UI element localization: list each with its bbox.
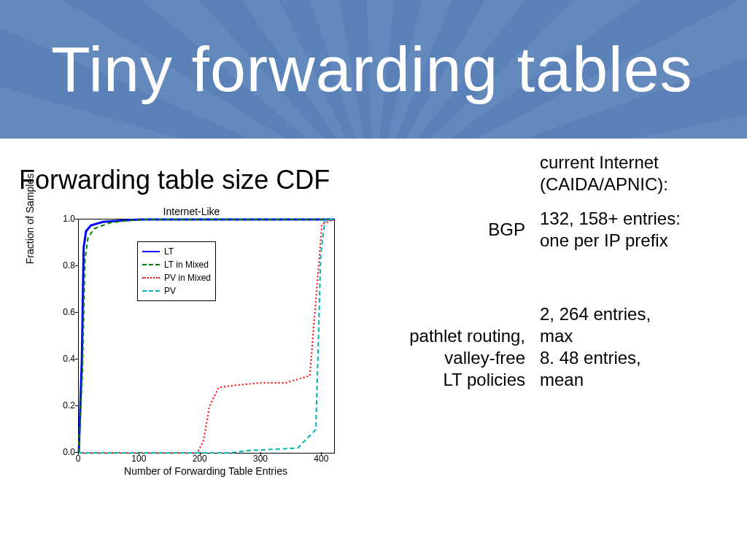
legend-item: PV in Mixed — [142, 271, 211, 284]
x-axis-label: Number of Forwarding Table Entries — [78, 465, 333, 477]
pathlet-label: pathlet routing, valley-free LT policies — [394, 325, 525, 391]
chart-title: Internet-Like — [40, 206, 343, 217]
legend-swatch — [142, 277, 160, 279]
chart-subtitle: Forwarding table size CDF — [19, 165, 330, 195]
bgp-label: BGP — [467, 219, 525, 241]
legend-label: LT — [164, 245, 174, 258]
x-tick: 200 — [189, 454, 211, 464]
y-tick: 0.8 — [55, 260, 75, 271]
legend-item: LT in Mixed — [142, 258, 211, 271]
y-tick: 0.2 — [55, 400, 75, 411]
bgp-value: 132, 158+ entries: one per IP prefix — [540, 208, 681, 252]
legend-item: PV — [142, 284, 211, 298]
y-axis-label: Fraction of Samples — [24, 102, 36, 335]
x-tick: 100 — [128, 454, 150, 464]
x-tick: 300 — [249, 454, 271, 464]
legend-swatch — [142, 290, 160, 292]
legend: LTLT in MixedPV in MixedPV — [137, 241, 216, 301]
legend-swatch — [142, 251, 160, 252]
legend-label: PV — [164, 284, 176, 298]
y-tick: 0.6 — [55, 307, 75, 317]
legend-swatch — [142, 264, 160, 265]
x-tick: 400 — [310, 454, 332, 464]
x-tick: 0 — [67, 454, 89, 464]
title-banner: Tiny forwarding tables — [0, 0, 747, 139]
legend-item: LT — [142, 245, 211, 258]
legend-label: LT in Mixed — [164, 258, 209, 271]
content-area: Forwarding table size CDF Internet-Like … — [0, 139, 747, 560]
context-note: current Internet (CAIDA/APNIC): — [540, 152, 668, 195]
pathlet-value: 2, 264 entries, max 8. 48 entries, mean — [540, 303, 651, 391]
slide-title: Tiny forwarding tables — [0, 32, 693, 106]
plot-area: LTLT in MixedPV in MixedPV — [78, 219, 335, 454]
y-tick: 1.0 — [55, 214, 75, 224]
legend-label: PV in Mixed — [164, 271, 211, 284]
y-tick: 0.4 — [55, 354, 75, 364]
cdf-chart: Internet-Like Fraction of Samples LTLT i… — [40, 206, 343, 497]
